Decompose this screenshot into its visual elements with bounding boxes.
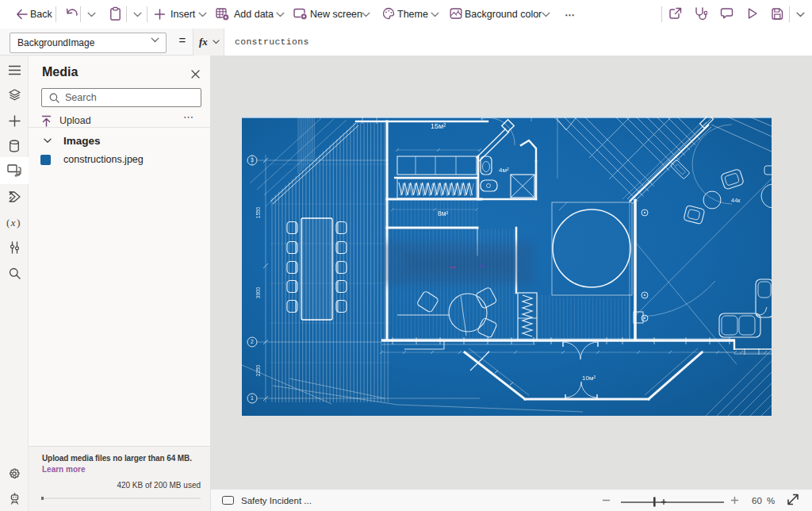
svg-text:2: 2 bbox=[251, 339, 254, 344]
svg-text:60: 60 bbox=[752, 496, 762, 505]
svg-text:3900: 3900 bbox=[255, 286, 261, 298]
svg-text:fx: fx bbox=[199, 36, 208, 48]
svg-text:1: 1 bbox=[251, 395, 254, 401]
svg-text:3: 3 bbox=[251, 157, 254, 163]
svg-text:2250: 2250 bbox=[255, 364, 261, 376]
svg-text:15м²: 15м² bbox=[431, 122, 446, 130]
svg-text:10м²: 10м² bbox=[582, 375, 596, 382]
svg-text:(: ( bbox=[6, 217, 10, 229]
svg-text:1550: 1550 bbox=[255, 206, 261, 218]
svg-text:4м²: 4м² bbox=[499, 167, 509, 174]
svg-text:): ) bbox=[17, 217, 21, 229]
svg-text:8м²: 8м² bbox=[438, 209, 449, 217]
svg-text:44к: 44к bbox=[731, 197, 741, 204]
svg-text:%: % bbox=[767, 496, 775, 505]
svg-text:x: x bbox=[10, 217, 16, 229]
